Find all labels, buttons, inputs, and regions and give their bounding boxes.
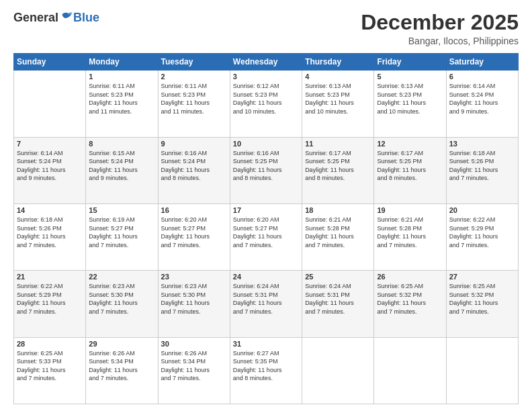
day-number: 27 (449, 273, 515, 281)
table-row (14, 71, 86, 137)
table-row: 11Sunrise: 6:17 AM Sunset: 5:25 PM Dayli… (302, 137, 374, 203)
table-row: 19Sunrise: 6:21 AM Sunset: 5:28 PM Dayli… (374, 203, 446, 270)
day-number: 2 (161, 73, 227, 81)
header-wednesday: Wednesday (230, 54, 302, 71)
table-row: 20Sunrise: 6:22 AM Sunset: 5:29 PM Dayli… (446, 203, 518, 270)
day-info: Sunrise: 6:13 AM Sunset: 5:23 PM Dayligh… (377, 82, 443, 116)
day-info: Sunrise: 6:20 AM Sunset: 5:27 PM Dayligh… (161, 216, 227, 249)
day-info: Sunrise: 6:26 AM Sunset: 5:34 PM Dayligh… (89, 349, 154, 383)
table-row: 22Sunrise: 6:23 AM Sunset: 5:30 PM Dayli… (86, 271, 158, 337)
table-row: 7Sunrise: 6:14 AM Sunset: 5:24 PM Daylig… (14, 137, 86, 203)
day-info: Sunrise: 6:14 AM Sunset: 5:24 PM Dayligh… (449, 82, 515, 116)
table-row: 24Sunrise: 6:24 AM Sunset: 5:31 PM Dayli… (230, 271, 302, 337)
location: Bangar, Ilocos, Philippines (361, 36, 519, 46)
table-row (446, 337, 518, 404)
day-number: 3 (233, 73, 299, 81)
table-row: 14Sunrise: 6:18 AM Sunset: 5:26 PM Dayli… (14, 203, 86, 270)
table-row: 8Sunrise: 6:15 AM Sunset: 5:24 PM Daylig… (86, 137, 158, 203)
day-info: Sunrise: 6:22 AM Sunset: 5:29 PM Dayligh… (449, 216, 515, 249)
header-saturday: Saturday (446, 54, 518, 71)
day-info: Sunrise: 6:11 AM Sunset: 5:23 PM Dayligh… (89, 82, 154, 116)
table-row (302, 337, 374, 404)
day-info: Sunrise: 6:23 AM Sunset: 5:30 PM Dayligh… (89, 282, 154, 316)
day-number: 23 (161, 273, 227, 281)
header-monday: Monday (86, 54, 158, 71)
day-info: Sunrise: 6:18 AM Sunset: 5:26 PM Dayligh… (449, 149, 515, 183)
day-number: 30 (161, 340, 227, 348)
table-row: 16Sunrise: 6:20 AM Sunset: 5:27 PM Dayli… (158, 203, 230, 270)
day-info: Sunrise: 6:17 AM Sunset: 5:25 PM Dayligh… (305, 149, 371, 183)
day-number: 10 (233, 140, 299, 148)
day-info: Sunrise: 6:25 AM Sunset: 5:32 PM Dayligh… (449, 282, 515, 316)
day-number: 17 (233, 206, 299, 214)
day-number: 18 (305, 206, 371, 214)
day-number: 28 (17, 340, 83, 348)
table-row: 10Sunrise: 6:16 AM Sunset: 5:25 PM Dayli… (230, 137, 302, 203)
calendar-week-row: 1Sunrise: 6:11 AM Sunset: 5:23 PM Daylig… (14, 71, 519, 137)
day-info: Sunrise: 6:22 AM Sunset: 5:29 PM Dayligh… (17, 282, 83, 316)
day-number: 4 (305, 73, 371, 81)
table-row: 28Sunrise: 6:25 AM Sunset: 5:33 PM Dayli… (14, 337, 86, 404)
table-row: 18Sunrise: 6:21 AM Sunset: 5:28 PM Dayli… (302, 203, 374, 270)
day-info: Sunrise: 6:14 AM Sunset: 5:24 PM Dayligh… (17, 149, 83, 183)
day-number: 21 (17, 273, 83, 281)
day-info: Sunrise: 6:11 AM Sunset: 5:23 PM Dayligh… (161, 82, 227, 116)
day-number: 24 (233, 273, 299, 281)
day-number: 14 (17, 206, 83, 214)
day-info: Sunrise: 6:21 AM Sunset: 5:28 PM Dayligh… (377, 216, 443, 249)
table-row (374, 337, 446, 404)
day-number: 13 (449, 140, 515, 148)
day-info: Sunrise: 6:20 AM Sunset: 5:27 PM Dayligh… (233, 216, 299, 249)
header-tuesday: Tuesday (158, 54, 230, 71)
calendar-week-row: 28Sunrise: 6:25 AM Sunset: 5:33 PM Dayli… (14, 337, 519, 404)
page: General Blue December 2025 Bangar, Iloco… (0, 0, 532, 411)
table-row: 29Sunrise: 6:26 AM Sunset: 5:34 PM Dayli… (86, 337, 158, 404)
table-row: 6Sunrise: 6:14 AM Sunset: 5:24 PM Daylig… (446, 71, 518, 137)
day-number: 26 (377, 273, 443, 281)
logo-bird-icon (60, 10, 73, 24)
day-info: Sunrise: 6:23 AM Sunset: 5:30 PM Dayligh… (161, 282, 227, 316)
table-row: 17Sunrise: 6:20 AM Sunset: 5:27 PM Dayli… (230, 203, 302, 270)
day-number: 25 (305, 273, 371, 281)
day-number: 20 (449, 206, 515, 214)
table-row: 5Sunrise: 6:13 AM Sunset: 5:23 PM Daylig… (374, 71, 446, 137)
calendar-week-row: 7Sunrise: 6:14 AM Sunset: 5:24 PM Daylig… (14, 137, 519, 203)
day-number: 31 (233, 340, 299, 348)
header: General Blue December 2025 Bangar, Iloco… (13, 11, 519, 46)
table-row: 13Sunrise: 6:18 AM Sunset: 5:26 PM Dayli… (446, 137, 518, 203)
day-number: 12 (377, 140, 443, 148)
day-number: 15 (89, 206, 154, 214)
logo-blue-text: Blue (73, 11, 99, 25)
table-row: 4Sunrise: 6:13 AM Sunset: 5:23 PM Daylig… (302, 71, 374, 137)
day-number: 6 (449, 73, 515, 81)
table-row: 15Sunrise: 6:19 AM Sunset: 5:27 PM Dayli… (86, 203, 158, 270)
day-number: 22 (89, 273, 154, 281)
table-row: 25Sunrise: 6:24 AM Sunset: 5:31 PM Dayli… (302, 271, 374, 337)
table-row: 31Sunrise: 6:27 AM Sunset: 5:35 PM Dayli… (230, 337, 302, 404)
day-info: Sunrise: 6:25 AM Sunset: 5:33 PM Dayligh… (17, 349, 83, 383)
table-row: 12Sunrise: 6:17 AM Sunset: 5:25 PM Dayli… (374, 137, 446, 203)
day-info: Sunrise: 6:12 AM Sunset: 5:23 PM Dayligh… (233, 82, 299, 116)
day-number: 16 (161, 206, 227, 214)
calendar-week-row: 21Sunrise: 6:22 AM Sunset: 5:29 PM Dayli… (14, 271, 519, 337)
table-row: 3Sunrise: 6:12 AM Sunset: 5:23 PM Daylig… (230, 71, 302, 137)
header-sunday: Sunday (14, 54, 86, 71)
day-info: Sunrise: 6:25 AM Sunset: 5:32 PM Dayligh… (377, 282, 443, 316)
day-info: Sunrise: 6:13 AM Sunset: 5:23 PM Dayligh… (305, 82, 371, 116)
day-info: Sunrise: 6:15 AM Sunset: 5:24 PM Dayligh… (89, 149, 154, 183)
table-row: 9Sunrise: 6:16 AM Sunset: 5:24 PM Daylig… (158, 137, 230, 203)
calendar-table: Sunday Monday Tuesday Wednesday Thursday… (13, 53, 519, 404)
calendar-header-row: Sunday Monday Tuesday Wednesday Thursday… (14, 54, 519, 71)
table-row: 23Sunrise: 6:23 AM Sunset: 5:30 PM Dayli… (158, 271, 230, 337)
day-info: Sunrise: 6:24 AM Sunset: 5:31 PM Dayligh… (305, 282, 371, 316)
table-row: 21Sunrise: 6:22 AM Sunset: 5:29 PM Dayli… (14, 271, 86, 337)
table-row: 27Sunrise: 6:25 AM Sunset: 5:32 PM Dayli… (446, 271, 518, 337)
day-info: Sunrise: 6:24 AM Sunset: 5:31 PM Dayligh… (233, 282, 299, 316)
calendar-week-row: 14Sunrise: 6:18 AM Sunset: 5:26 PM Dayli… (14, 203, 519, 270)
day-number: 19 (377, 206, 443, 214)
day-info: Sunrise: 6:19 AM Sunset: 5:27 PM Dayligh… (89, 216, 154, 249)
day-info: Sunrise: 6:16 AM Sunset: 5:24 PM Dayligh… (161, 149, 227, 183)
table-row: 26Sunrise: 6:25 AM Sunset: 5:32 PM Dayli… (374, 271, 446, 337)
day-info: Sunrise: 6:21 AM Sunset: 5:28 PM Dayligh… (305, 216, 371, 249)
day-info: Sunrise: 6:16 AM Sunset: 5:25 PM Dayligh… (233, 149, 299, 183)
